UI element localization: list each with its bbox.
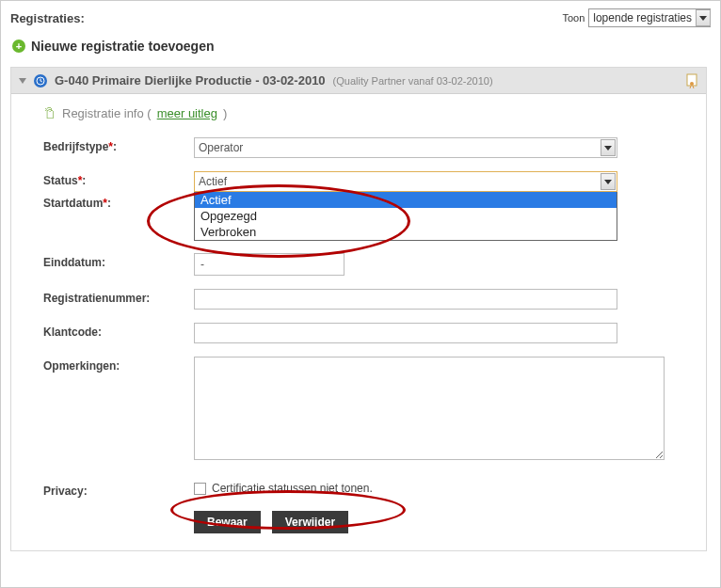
- registration-panel: G-040 Primaire Dierlijke Productie - 03-…: [10, 67, 707, 551]
- row-privacy: Privacy: Certificatie statussen niet ton…: [43, 482, 689, 498]
- required-asterisk: *: [108, 140, 113, 153]
- panel-title: G-040 Primaire Dierlijke Productie - 03-…: [55, 73, 326, 87]
- row-registratienummer: Registratienummer:: [43, 289, 689, 310]
- row-bedrijfstype: Bedrijfstype*: Operator: [43, 137, 689, 158]
- label-einddatum: Einddatum:: [43, 253, 194, 269]
- toon-select-value: lopende registraties: [593, 11, 692, 24]
- add-registration-label: Nieuwe registratie toevoegen: [31, 39, 215, 54]
- chevron-down-icon: [601, 139, 616, 156]
- required-asterisk: *: [103, 197, 107, 210]
- row-klantcode: Klantcode:: [43, 323, 689, 343]
- label-startdatum-text: Startdatum: [43, 197, 103, 210]
- certificate-icon[interactable]: [685, 73, 698, 91]
- status-option-verbroken[interactable]: Verbroken: [195, 224, 617, 240]
- panel-body: 🏷 Registratie info (meer uitleg) Bedrijf…: [11, 94, 706, 550]
- checkbox-privacy[interactable]: [194, 483, 206, 495]
- row-status: Status*: Actief Actief Opgezegd Verbroke…: [43, 171, 689, 192]
- save-button[interactable]: Bewaar: [194, 511, 261, 533]
- row-einddatum: Einddatum:: [43, 253, 689, 276]
- panel-header[interactable]: G-040 Primaire Dierlijke Productie - 03-…: [11, 68, 706, 94]
- label-klantcode: Klantcode:: [43, 323, 194, 339]
- toon-label: Toon: [562, 12, 585, 24]
- page-title: Registraties:: [10, 11, 85, 25]
- label-opmerkingen: Opmerkingen:: [43, 357, 194, 373]
- status-dropdown: Actief Opgezegd Verbroken: [194, 192, 617, 241]
- button-row: Bewaar Verwijder: [194, 511, 689, 533]
- required-asterisk: *: [78, 174, 83, 187]
- section-suffix: ): [223, 106, 227, 120]
- page-container: Registraties: Toon lopende registraties …: [0, 0, 721, 588]
- input-registratienummer[interactable]: [194, 289, 617, 310]
- tag-icon: 🏷: [42, 106, 57, 119]
- label-bedrijfstype-text: Bedrijfstype: [43, 140, 108, 153]
- delete-button[interactable]: Verwijder: [272, 511, 348, 533]
- panel-subtitle: (Quality Partner vanaf 03-02-2010): [333, 75, 493, 87]
- select-status-value: Actief: [199, 175, 227, 188]
- label-status: Status*:: [43, 171, 194, 187]
- textarea-opmerkingen[interactable]: [194, 357, 665, 460]
- label-bedrijfstype: Bedrijfstype*:: [43, 137, 194, 153]
- svg-point-2: [690, 82, 694, 86]
- status-option-actief[interactable]: Actief: [195, 192, 617, 208]
- row-opmerkingen: Opmerkingen:: [43, 357, 689, 463]
- label-status-text: Status: [43, 174, 78, 187]
- input-klantcode[interactable]: [194, 323, 617, 343]
- label-startdatum: Startdatum*:: [43, 194, 194, 210]
- label-privacy: Privacy:: [43, 482, 194, 498]
- plus-icon: +: [12, 40, 25, 53]
- chevron-down-icon: [601, 173, 616, 190]
- input-einddatum[interactable]: [194, 253, 344, 276]
- section-prefix: Registratie info (: [62, 106, 152, 120]
- toon-filter: Toon lopende registraties: [562, 8, 711, 27]
- section-heading: 🏷 Registratie info (meer uitleg): [43, 105, 689, 120]
- more-info-link[interactable]: meer uitleg: [157, 106, 217, 120]
- chevron-down-icon: [696, 9, 711, 26]
- add-registration-row[interactable]: + Nieuwe registratie toevoegen: [12, 39, 711, 54]
- clock-icon: [34, 74, 47, 87]
- topbar: Registraties: Toon lopende registraties: [10, 8, 711, 33]
- select-bedrijfstype-value: Operator: [199, 141, 243, 154]
- select-status[interactable]: Actief: [194, 171, 617, 192]
- collapse-icon: [19, 78, 26, 84]
- checkbox-privacy-label: Certificatie statussen niet tonen.: [212, 482, 373, 495]
- label-registratienummer: Registratienummer:: [43, 289, 194, 305]
- toon-select[interactable]: lopende registraties: [588, 8, 711, 27]
- select-bedrijfstype[interactable]: Operator: [194, 137, 617, 158]
- status-option-opgezegd[interactable]: Opgezegd: [195, 208, 617, 224]
